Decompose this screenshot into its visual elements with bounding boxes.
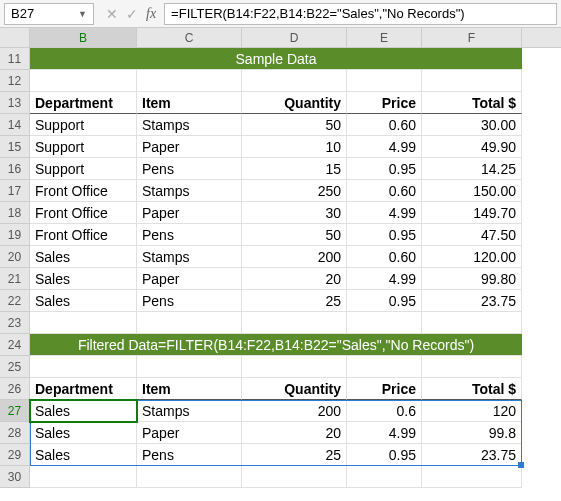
cell[interactable] [347, 70, 422, 92]
cell[interactable] [242, 312, 347, 334]
cell[interactable]: 50 [242, 114, 347, 136]
cell[interactable]: 0.6 [347, 400, 422, 422]
cell[interactable]: 120.00 [422, 246, 522, 268]
cell[interactable]: Support [30, 136, 137, 158]
cell[interactable]: 49.90 [422, 136, 522, 158]
row-header[interactable]: 27 [0, 400, 30, 422]
cell[interactable]: Paper [137, 136, 242, 158]
cell[interactable] [30, 312, 137, 334]
header-item[interactable]: Item [137, 378, 242, 400]
spreadsheet-grid[interactable]: B C D E F 11 Sample Data 12 13 Departmen… [0, 28, 561, 488]
row-header[interactable]: 28 [0, 422, 30, 444]
cell[interactable]: Sales [30, 444, 137, 466]
row-header[interactable]: 29 [0, 444, 30, 466]
cell[interactable] [30, 70, 137, 92]
name-box[interactable]: B27 ▼ [4, 3, 94, 25]
cell[interactable]: 0.60 [347, 114, 422, 136]
cell[interactable]: Sales [30, 422, 137, 444]
cell[interactable]: 4.99 [347, 422, 422, 444]
cell[interactable] [242, 466, 347, 488]
cell[interactable] [137, 312, 242, 334]
col-header-f[interactable]: F [422, 28, 522, 47]
header-price[interactable]: Price [347, 92, 422, 114]
cell[interactable]: Pens [137, 158, 242, 180]
row-header[interactable]: 18 [0, 202, 30, 224]
active-cell[interactable]: Sales [30, 400, 137, 422]
header-total[interactable]: Total $ [422, 378, 522, 400]
cell[interactable] [137, 356, 242, 378]
cell[interactable] [242, 356, 347, 378]
cell[interactable] [422, 466, 522, 488]
cell[interactable]: Pens [137, 444, 242, 466]
header-price[interactable]: Price [347, 378, 422, 400]
header-item[interactable]: Item [137, 92, 242, 114]
col-header-c[interactable]: C [137, 28, 242, 47]
cell[interactable] [137, 466, 242, 488]
cell[interactable]: Front Office [30, 224, 137, 246]
row-header[interactable]: 21 [0, 268, 30, 290]
row-header[interactable]: 25 [0, 356, 30, 378]
cell[interactable]: 200 [242, 246, 347, 268]
cell[interactable]: 0.60 [347, 246, 422, 268]
cell[interactable]: 30.00 [422, 114, 522, 136]
cell[interactable]: 30 [242, 202, 347, 224]
chevron-down-icon[interactable]: ▼ [78, 9, 87, 19]
cell[interactable]: 20 [242, 422, 347, 444]
row-header[interactable]: 24 [0, 334, 30, 356]
cell[interactable]: 47.50 [422, 224, 522, 246]
cell[interactable] [347, 356, 422, 378]
row-header[interactable]: 11 [0, 48, 30, 70]
cell[interactable]: Paper [137, 422, 242, 444]
row-header[interactable]: 13 [0, 92, 30, 114]
cell[interactable]: Front Office [30, 180, 137, 202]
cell[interactable]: 0.60 [347, 180, 422, 202]
row-header[interactable]: 23 [0, 312, 30, 334]
cell[interactable]: 4.99 [347, 136, 422, 158]
cell[interactable]: 0.95 [347, 444, 422, 466]
row-header[interactable]: 16 [0, 158, 30, 180]
fx-icon[interactable]: fx [146, 6, 156, 22]
row-header[interactable]: 15 [0, 136, 30, 158]
cell[interactable]: Front Office [30, 202, 137, 224]
cell[interactable]: 99.80 [422, 268, 522, 290]
cell[interactable]: Stamps [137, 180, 242, 202]
cell[interactable]: Support [30, 114, 137, 136]
cell[interactable]: 250 [242, 180, 347, 202]
cell[interactable] [242, 70, 347, 92]
cell[interactable]: Sales [30, 246, 137, 268]
cell[interactable] [347, 312, 422, 334]
formula-input[interactable]: =FILTER(B14:F22,B14:B22="Sales","No Reco… [164, 3, 557, 25]
row-header[interactable]: 22 [0, 290, 30, 312]
row-header[interactable]: 14 [0, 114, 30, 136]
cell[interactable]: Support [30, 158, 137, 180]
cell[interactable]: Sales [30, 268, 137, 290]
cell[interactable]: 4.99 [347, 268, 422, 290]
cell[interactable]: Paper [137, 202, 242, 224]
cell[interactable]: 50 [242, 224, 347, 246]
cell[interactable]: 23.75 [422, 444, 522, 466]
select-all-corner[interactable] [0, 28, 30, 47]
cell[interactable]: 25 [242, 444, 347, 466]
cell[interactable]: 10 [242, 136, 347, 158]
cell[interactable]: 120 [422, 400, 522, 422]
row-header[interactable]: 30 [0, 466, 30, 488]
col-header-b[interactable]: B [30, 28, 137, 47]
header-quantity[interactable]: Quantity [242, 92, 347, 114]
cell[interactable] [137, 70, 242, 92]
cell[interactable]: 23.75 [422, 290, 522, 312]
cell[interactable]: 200 [242, 400, 347, 422]
col-header-e[interactable]: E [347, 28, 422, 47]
cell[interactable]: 20 [242, 268, 347, 290]
cell[interactable] [30, 356, 137, 378]
cell[interactable]: 4.99 [347, 202, 422, 224]
cell[interactable] [422, 312, 522, 334]
row-header[interactable]: 12 [0, 70, 30, 92]
header-department[interactable]: Department [30, 92, 137, 114]
row-header[interactable]: 20 [0, 246, 30, 268]
header-department[interactable]: Department [30, 378, 137, 400]
row-header[interactable]: 17 [0, 180, 30, 202]
cell[interactable]: 99.8 [422, 422, 522, 444]
cell[interactable]: 149.70 [422, 202, 522, 224]
cell[interactable]: 150.00 [422, 180, 522, 202]
cell[interactable] [422, 70, 522, 92]
